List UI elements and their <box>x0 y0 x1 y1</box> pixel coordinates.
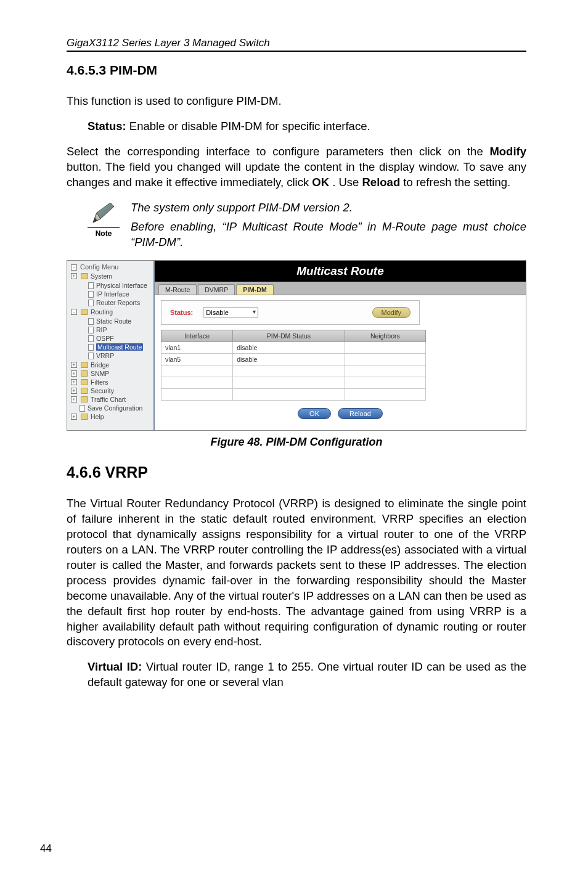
tree-item-static-route[interactable]: Static Route <box>80 317 143 325</box>
tree-item-ospf[interactable]: OSPF <box>80 334 143 343</box>
th-interface: Interface <box>161 330 233 341</box>
status-box: Status: Disable Modify <box>161 300 420 325</box>
collapse-icon[interactable]: - <box>71 264 77 271</box>
note-icon-block: Note <box>88 200 120 238</box>
th-neighbors: Neighbors <box>345 330 425 341</box>
tree-item-snmp[interactable]: +SNMP <box>71 369 151 378</box>
tree-item-filters[interactable]: +Filters <box>71 378 151 386</box>
virtual-id-desc: Virtual router ID, range 1 to 255. One v… <box>88 660 526 688</box>
tree-item-router-reports[interactable]: Router Reports <box>80 298 147 307</box>
tree-item-security[interactable]: +Security <box>71 386 151 395</box>
tab-dvmrp[interactable]: DVMRP <box>198 284 235 295</box>
body-p1: This function is used to configure PIM-D… <box>67 94 526 109</box>
tree-item-vrrp[interactable]: VRRP <box>80 351 143 360</box>
tab-pimdm[interactable]: PIM-DM <box>236 284 274 295</box>
doc-header: GigaX3112 Series Layer 3 Managed Switch <box>67 37 526 52</box>
status-desc: Enable or disable PIM-DM for specific in… <box>129 120 370 133</box>
status-select[interactable]: Disable <box>203 308 258 317</box>
body-p3: Select the corresponding interface to co… <box>67 144 526 190</box>
tree-item-save-config[interactable]: Save Configuration <box>71 404 151 412</box>
tree-item-physical-interface[interactable]: Physical Interface <box>80 281 147 290</box>
vrrp-paragraph: The Virtual Router Redundancy Protocol (… <box>67 496 526 650</box>
config-tree: - Config Menu +System Physical Interface… <box>67 261 155 430</box>
section-heading-4-6-5-3: 4.6.5.3 PIM-DM <box>67 63 526 78</box>
tree-item-ip-interface[interactable]: IP Interface <box>80 290 147 298</box>
table-row <box>161 377 426 388</box>
reload-button[interactable]: Reload <box>338 408 383 419</box>
interface-table: Interface PIM-DM Status Neighbors vlan1 … <box>161 330 426 401</box>
modify-button[interactable]: Modify <box>372 307 410 318</box>
note-line2: Before enabling, “IP Multicast Route Mod… <box>131 219 526 250</box>
table-row[interactable]: vlan1 disable <box>161 341 426 353</box>
note-line1: The system only support PIM-DM version 2… <box>131 200 526 216</box>
virtual-id-label: Virtual ID: <box>88 660 142 673</box>
body-p2: Status: Enable or disable PIM-DM for spe… <box>67 119 526 134</box>
tree-item-rip[interactable]: RIP <box>80 325 143 334</box>
status-label: Status: <box>88 120 126 133</box>
table-row[interactable]: vlan5 disable <box>161 353 426 365</box>
panel-title: Multicast Route <box>155 261 526 282</box>
page-number: 44 <box>40 843 52 855</box>
pencil-icon <box>89 200 118 226</box>
ok-button[interactable]: OK <box>298 408 331 419</box>
figure-48: - Config Menu +System Physical Interface… <box>67 260 526 431</box>
th-pimdm-status: PIM-DM Status <box>233 330 345 341</box>
tree-title: - Config Menu <box>71 263 151 271</box>
tree-item-help[interactable]: +Help <box>71 412 151 421</box>
tree-item-routing[interactable]: -Routing <box>71 308 151 316</box>
tree-item-system[interactable]: +System <box>71 272 151 280</box>
section-heading-4-6-6: 4.6.6 VRRP <box>67 463 526 481</box>
table-row <box>161 365 426 377</box>
note-caption: Note <box>96 229 112 238</box>
table-row <box>161 388 426 400</box>
status-label-figure: Status: <box>170 309 193 316</box>
virtual-id-paragraph: Virtual ID: Virtual router ID, range 1 t… <box>67 659 526 690</box>
tree-item-traffic-chart[interactable]: +Traffic Chart <box>71 395 151 404</box>
tree-item-multicast-route[interactable]: Multicast Route <box>80 343 143 351</box>
tree-item-bridge[interactable]: +Bridge <box>71 361 151 369</box>
tab-mroute[interactable]: M-Route <box>158 284 197 295</box>
figure-caption: Figure 48. PIM-DM Configuration <box>67 436 526 449</box>
